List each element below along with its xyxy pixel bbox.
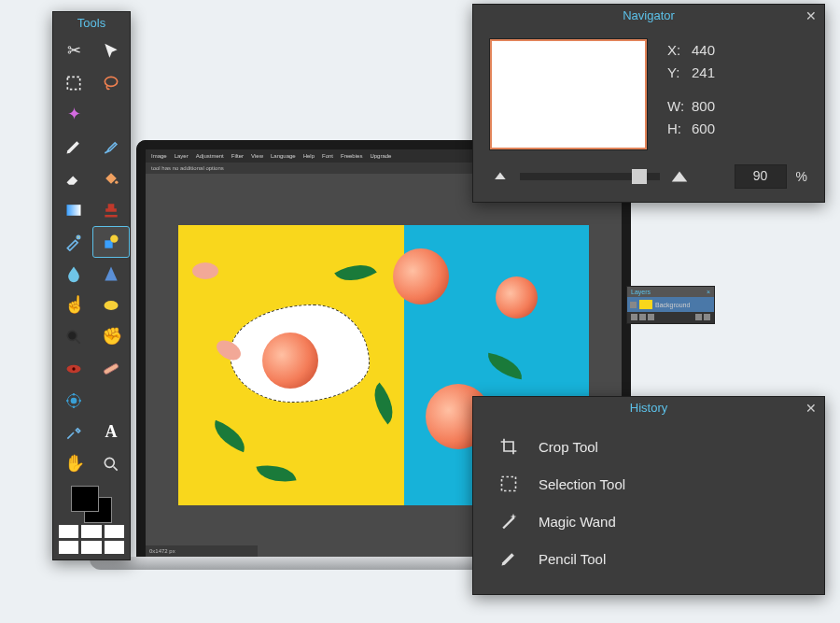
eye-icon	[64, 360, 83, 378]
svg-rect-0	[67, 77, 79, 89]
menu-item[interactable]: Language	[271, 153, 296, 159]
svg-point-4	[77, 235, 79, 238]
quick-swatches[interactable]	[53, 525, 130, 559]
svg-point-16	[73, 393, 76, 396]
heal-tool[interactable]	[93, 354, 129, 384]
burn-tool[interactable]: ✊	[93, 322, 129, 352]
nav-h-value: 600	[692, 120, 715, 136]
tools-title: Tools	[53, 12, 130, 34]
navigator-preview[interactable]	[490, 39, 647, 149]
hand-tool[interactable]: ✋	[56, 449, 91, 479]
eyedropper-tool[interactable]	[56, 418, 91, 447]
close-icon[interactable]: ×	[707, 289, 710, 295]
crop-tool[interactable]: ✂	[56, 36, 91, 66]
move-tool[interactable]	[93, 36, 129, 66]
navigator-coords: X:440 Y:241 W:800 H:600	[667, 39, 715, 149]
menu-item[interactable]: Upgrade	[370, 153, 391, 159]
zoom-out-icon[interactable]	[490, 166, 511, 187]
brush-icon	[102, 137, 120, 156]
history-item-pencil[interactable]: Pencil Tool	[479, 540, 819, 577]
blur-tool[interactable]	[56, 259, 91, 289]
color-swatches[interactable]	[53, 482, 130, 525]
bucket-icon	[102, 169, 120, 188]
dodge-tool[interactable]	[56, 322, 91, 352]
zoom-value-input[interactable]: 90	[735, 164, 787, 189]
color-replace-icon	[64, 233, 83, 251]
history-item-label: Crop Tool	[539, 439, 598, 455]
zoom-slider[interactable]	[520, 173, 660, 180]
layers-panel[interactable]: Layers× Background	[626, 286, 715, 324]
menu-item[interactable]: Image	[151, 153, 167, 159]
menu-item[interactable]: Layer	[175, 153, 189, 159]
menu-item[interactable]: Help	[303, 153, 315, 159]
dodge-icon	[64, 328, 83, 347]
crop-icon	[497, 437, 520, 456]
triangle-icon	[102, 264, 120, 283]
spacer2	[93, 386, 129, 416]
smudge-tool[interactable]: ☝	[56, 290, 91, 320]
svg-point-2	[115, 181, 118, 184]
eye-icon[interactable]	[630, 302, 637, 308]
zoom-in-icon[interactable]	[669, 166, 690, 187]
hand-icon: ✋	[64, 455, 83, 474]
shape-tool[interactable]	[93, 227, 129, 257]
clone-stamp-tool[interactable]	[93, 195, 129, 225]
zoom-tool[interactable]	[93, 449, 129, 479]
text-tool[interactable]: A	[93, 418, 129, 447]
svg-rect-19	[502, 477, 516, 491]
navigator-panel[interactable]: Navigator ✕ X:440 Y:241 W:800 H:600 90 %	[472, 4, 825, 203]
marquee-tool[interactable]	[56, 68, 91, 98]
history-item-label: Magic Wand	[539, 514, 616, 530]
cursor-icon	[102, 42, 120, 61]
finger-icon: ☝	[64, 296, 83, 315]
foreground-swatch[interactable]	[71, 486, 99, 512]
gradient-tool[interactable]	[56, 195, 91, 225]
zoom-slider-thumb[interactable]	[632, 169, 647, 184]
pencil-icon	[64, 137, 83, 156]
color-replace-tool[interactable]	[56, 227, 91, 257]
redeye-tool[interactable]	[56, 354, 91, 384]
menu-item[interactable]: Adjustment	[196, 153, 224, 159]
magic-wand-icon: ✦	[64, 106, 83, 124]
nav-x-value: 440	[692, 42, 715, 58]
svg-point-7	[105, 301, 119, 310]
svg-point-1	[105, 77, 117, 86]
history-item-label: Selection Tool	[539, 476, 625, 492]
sponge-tool[interactable]	[93, 290, 129, 320]
marquee-icon	[64, 74, 83, 92]
close-icon[interactable]: ✕	[805, 401, 817, 416]
liquify-tool[interactable]	[56, 386, 91, 416]
menu-item[interactable]: View	[251, 153, 263, 159]
text-icon: A	[102, 423, 120, 442]
magic-wand-tool[interactable]: ✦	[56, 100, 91, 130]
svg-rect-11	[104, 363, 119, 375]
history-panel[interactable]: History ✕ Crop Tool Selection Tool Magic…	[472, 396, 825, 595]
lasso-tool[interactable]	[93, 68, 129, 98]
nav-y-value: 241	[692, 64, 715, 80]
menu-item[interactable]: Font	[322, 153, 333, 159]
magnifier-icon	[102, 455, 120, 474]
spacer	[93, 100, 129, 130]
status-bar: 0x1472 px	[146, 545, 258, 557]
history-item-selection[interactable]: Selection Tool	[479, 465, 819, 503]
svg-point-17	[73, 405, 76, 408]
eraser-tool[interactable]	[56, 163, 91, 193]
history-item-magic-wand[interactable]: Magic Wand	[479, 503, 819, 540]
close-icon[interactable]: ✕	[805, 8, 817, 23]
sharpen-tool[interactable]	[93, 259, 129, 289]
svg-point-12	[71, 398, 77, 404]
bucket-tool[interactable]	[93, 163, 129, 193]
navigator-title: Navigator	[623, 8, 675, 22]
crop-icon: ✂	[64, 42, 83, 61]
brush-tool[interactable]	[93, 132, 129, 162]
layer-row[interactable]: Background	[627, 297, 714, 312]
svg-point-10	[72, 367, 75, 370]
menu-item[interactable]: Freebies	[341, 153, 362, 159]
history-item-crop[interactable]: Crop Tool	[479, 428, 819, 465]
selection-icon	[497, 474, 520, 493]
svg-point-6	[110, 235, 118, 243]
menu-item[interactable]: Filter	[231, 153, 244, 159]
stamp-icon	[102, 201, 120, 219]
pencil-tool[interactable]	[56, 132, 91, 162]
tools-panel[interactable]: Tools ✂ ✦ ☝ ✊ A ✋	[52, 11, 131, 560]
